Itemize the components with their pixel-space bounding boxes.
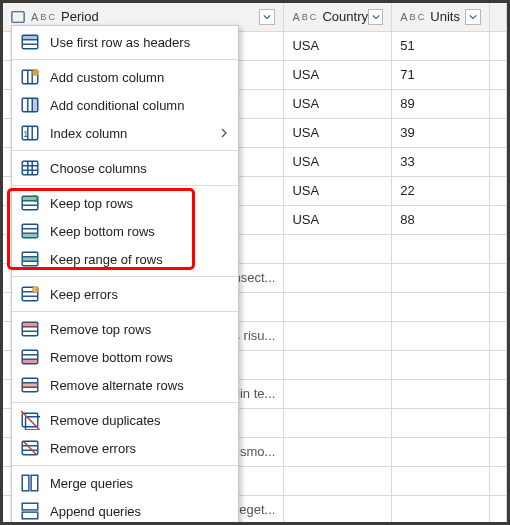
svg-rect-58 — [22, 475, 29, 491]
column-filter-button[interactable] — [368, 9, 383, 25]
cell-country: USA — [284, 206, 392, 235]
menu-separator — [12, 402, 238, 403]
choose-icon — [20, 158, 40, 178]
cell-units — [392, 235, 490, 264]
svg-rect-0 — [12, 12, 24, 23]
menu-item-keep-top[interactable]: Keep top rows — [12, 189, 238, 217]
menu-item-remove-alt[interactable]: Remove alternate rows — [12, 371, 238, 399]
cell-country: USA — [284, 177, 392, 206]
cell-country — [284, 235, 392, 264]
cell-tail — [490, 235, 507, 264]
abc-badge: ABC — [31, 7, 55, 27]
menu-separator — [12, 150, 238, 151]
keepbottom-icon — [20, 221, 40, 241]
cell-units — [392, 264, 490, 293]
menu-item-label: Add custom column — [50, 70, 228, 85]
svg-rect-29 — [22, 233, 38, 237]
cell-country: USA — [284, 119, 392, 148]
menu-item-label: Keep top rows — [50, 196, 228, 211]
chevron-down-icon — [372, 13, 380, 21]
column-header-tail — [490, 3, 507, 32]
condcol-icon — [20, 95, 40, 115]
svg-rect-50 — [22, 383, 38, 387]
menu-item-label: Keep bottom rows — [50, 224, 228, 239]
cell-units: 71 — [392, 61, 490, 90]
cell-units — [392, 293, 490, 322]
headers-icon — [20, 32, 40, 52]
menu-item-label: Remove top rows — [50, 322, 228, 337]
cell-units: 89 — [392, 90, 490, 119]
cell-units: 51 — [392, 32, 490, 61]
menu-item-remove-dup[interactable]: Remove duplicates — [12, 406, 238, 434]
cell-tail — [490, 467, 507, 496]
menu-item-label: Append queries — [50, 504, 228, 519]
menu-item-keep-errors[interactable]: !Keep errors — [12, 280, 238, 308]
column-header-country[interactable]: ABC Country — [284, 3, 392, 32]
cell-units — [392, 322, 490, 351]
menu-item-remove-top[interactable]: Remove top rows — [12, 315, 238, 343]
menu-item-add-cond-col[interactable]: Add conditional column — [12, 91, 238, 119]
menu-item-keep-range[interactable]: Keep range of rows — [12, 245, 238, 273]
cell-country — [284, 438, 392, 467]
menu-item-append-q[interactable]: Append queries — [12, 497, 238, 525]
cell-units — [392, 467, 490, 496]
cell-tail — [490, 90, 507, 119]
svg-text:1: 1 — [23, 129, 28, 139]
svg-rect-46 — [22, 359, 38, 363]
menu-item-label: Remove alternate rows — [50, 378, 228, 393]
svg-rect-33 — [22, 257, 38, 261]
svg-rect-61 — [22, 512, 38, 519]
chevron-down-icon — [263, 13, 271, 21]
column-header-units[interactable]: ABC Units — [392, 3, 490, 32]
menu-item-label: Add conditional column — [50, 98, 228, 113]
svg-point-8 — [32, 69, 39, 76]
column-header-label: Period — [61, 7, 99, 27]
cell-country — [284, 496, 392, 525]
cell-units: 39 — [392, 119, 490, 148]
menu-item-choose-cols[interactable]: Choose columns — [12, 154, 238, 182]
cell-tail — [490, 119, 507, 148]
menu-item-keep-bottom[interactable]: Keep bottom rows — [12, 217, 238, 245]
rembottom-icon — [20, 347, 40, 367]
cell-country: USA — [284, 148, 392, 177]
indexcol-icon: 1 — [20, 123, 40, 143]
menu-item-use-first-row[interactable]: Use first row as headers — [12, 28, 238, 56]
menu-item-label: Remove errors — [50, 441, 228, 456]
app-frame: ABC Period ABC Country ABC Units — [0, 0, 510, 525]
cell-units: 33 — [392, 148, 490, 177]
menu-item-label: Remove bottom rows — [50, 350, 228, 365]
merge-icon — [20, 473, 40, 493]
menu-item-label: Merge queries — [50, 476, 228, 491]
remtop-icon — [20, 319, 40, 339]
menu-separator — [12, 465, 238, 466]
cell-country — [284, 264, 392, 293]
cell-units — [392, 409, 490, 438]
remerr-icon — [20, 438, 40, 458]
menu-item-remove-bottom[interactable]: Remove bottom rows — [12, 343, 238, 371]
context-menu: Use first row as headersAdd custom colum… — [11, 25, 239, 525]
cell-country — [284, 322, 392, 351]
svg-rect-42 — [22, 322, 38, 326]
cell-country — [284, 293, 392, 322]
menu-separator — [12, 276, 238, 277]
menu-item-add-custom-col[interactable]: Add custom column — [12, 63, 238, 91]
menu-item-label: Keep range of rows — [50, 252, 228, 267]
chevron-down-icon — [469, 13, 477, 21]
menu-item-label: Keep errors — [50, 287, 228, 302]
keeprange-icon — [20, 249, 40, 269]
svg-rect-60 — [22, 503, 38, 510]
cell-units — [392, 351, 490, 380]
svg-text:!: ! — [34, 286, 36, 293]
cell-tail — [490, 206, 507, 235]
menu-item-label: Index column — [50, 126, 210, 141]
cell-tail — [490, 264, 507, 293]
menu-item-remove-err[interactable]: Remove errors — [12, 434, 238, 462]
cell-tail — [490, 61, 507, 90]
menu-item-merge-q[interactable]: Merge queries — [12, 469, 238, 497]
append-icon — [20, 501, 40, 521]
column-filter-button[interactable] — [465, 9, 481, 25]
column-filter-button[interactable] — [259, 9, 275, 25]
menu-item-index-col[interactable]: 1Index column — [12, 119, 238, 147]
cell-country — [284, 409, 392, 438]
text-type-icon — [11, 10, 25, 24]
